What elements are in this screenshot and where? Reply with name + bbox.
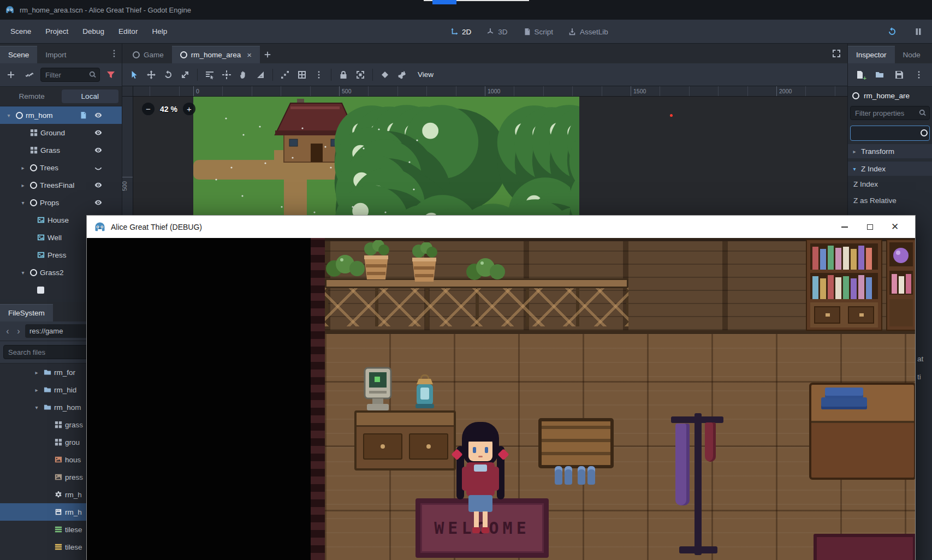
menu-editor[interactable]: Editor [111,23,145,39]
reload-button[interactable] [884,24,900,39]
download-icon [568,28,576,35]
edited-node-row[interactable]: rm_home_are [848,87,932,105]
history-back-icon[interactable]: ‹ [3,326,12,336]
scene-node-row[interactable]: ▾ Props [0,194,122,211]
add-node-button[interactable] [3,67,19,82]
grid-snap-button[interactable] [294,67,310,82]
tab-node[interactable]: Node [895,46,929,63]
visibility-eye-icon[interactable] [94,199,102,206]
instance-scene-button[interactable] [22,67,37,82]
pan-tool-button[interactable] [236,67,251,82]
close-tab-icon[interactable]: × [247,50,252,59]
scene-node-row[interactable]: Grass [0,141,122,159]
screen-script-button[interactable]: Script [518,25,559,39]
tab-rm-home-area[interactable]: rm_home_area × [172,46,260,63]
tab-scene[interactable]: Scene [0,46,37,63]
window-titlebar[interactable]: rm_home_area.tscn - Alice Great Thief - … [0,0,932,20]
zoom-level[interactable]: 42 % [160,105,177,114]
filter-clear-button[interactable] [103,67,118,82]
visibility-eye-icon[interactable] [94,111,102,119]
visibility-eye-icon[interactable] [94,129,102,136]
zasrelative-property-label[interactable]: Z as Relative [848,192,932,208]
resource-options-button[interactable] [911,67,927,82]
pause-button[interactable] [911,24,926,39]
screen-assetlib-button[interactable]: AssetLib [563,25,614,39]
menu-debug[interactable]: Debug [75,23,111,39]
remote-toggle-button[interactable]: Remote [3,90,61,103]
expand-arrow-icon[interactable]: ▸ [19,165,27,171]
insert-key-button[interactable] [377,67,393,82]
move-tool-button[interactable] [144,67,159,82]
dock-options-icon[interactable] [110,49,118,58]
visibility-closed-eye-icon[interactable] [94,164,102,171]
new-scene-tab-button[interactable] [260,47,275,62]
list-select-button[interactable] [202,67,217,82]
node2d-icon [30,199,37,206]
local-toggle-button[interactable]: Local [62,90,119,103]
screen-3d-button[interactable]: 3D [481,25,513,39]
maximize-button[interactable] [857,216,882,238]
group-button[interactable] [353,67,368,82]
collapse-arrow-icon[interactable]: ▾ [19,270,27,276]
scene-node-row[interactable]: ▸ TreesFinal [0,176,122,194]
node-label: Grass2 [40,269,64,277]
new-resource-button[interactable]: + [852,67,868,82]
debug-window-titlebar[interactable]: Alice Great Thief (DEBUG) ✕ [87,216,915,238]
load-resource-button[interactable] [872,67,887,82]
node-label: Ground [40,129,65,137]
scene-node-row[interactable]: ▸ Trees [0,159,122,176]
lock-button[interactable] [336,67,351,82]
scene-map-render [193,97,579,222]
expand-arrow-icon[interactable]: ▸ [32,370,41,376]
debug-game-window[interactable]: Alice Great Thief (DEBUG) ✕ [86,215,916,560]
clipped-property-fragment: ti [917,373,921,381]
menu-project[interactable]: Project [38,23,75,39]
snap-options-button[interactable] [311,67,327,82]
select-tool-button[interactable] [127,67,142,82]
selected-property-box[interactable] [850,126,930,141]
tab-game[interactable]: Game [124,46,172,63]
collapse-arrow-icon[interactable]: ▾ [32,404,41,410]
scale-tool-button[interactable] [177,67,193,82]
tab-import[interactable]: Import [37,46,74,63]
minimize-button[interactable] [832,216,857,238]
alice-character [448,421,513,538]
tab-inspector[interactable]: Inspector [848,46,895,63]
distraction-free-icon[interactable] [832,49,841,58]
game-viewport[interactable]: WELCOME [87,238,915,560]
menu-help[interactable]: Help [145,23,174,39]
tab-filesystem[interactable]: FileSystem [0,304,53,321]
clipped-property-fragment: at [917,355,923,363]
inspector-filter-input[interactable] [850,106,930,120]
node2d-icon [16,112,23,119]
zoom-in-button[interactable]: + [183,103,195,115]
image-file-icon [55,456,62,463]
attached-script-icon[interactable] [79,111,87,119]
pivot-tool-button[interactable] [219,67,234,82]
collapse-arrow-icon[interactable]: ▾ [19,200,27,206]
history-forward-icon[interactable]: › [14,326,23,336]
zoom-out-button[interactable]: − [142,103,155,115]
file-label: rm_h [65,508,82,516]
scene-node-row[interactable]: Ground [0,124,122,141]
expand-arrow-icon[interactable]: ▸ [32,387,41,393]
view-menu-button[interactable]: View [411,67,440,83]
zindex-section-header[interactable]: ▾ Z Index [848,162,932,176]
smart-snap-button[interactable] [277,67,293,82]
collapse-arrow-icon[interactable]: ▾ [4,112,13,118]
expand-arrow-icon[interactable]: ▸ [19,182,27,188]
scene-node-row[interactable]: ▾ rm_hom [0,106,122,124]
close-button[interactable]: ✕ [882,216,907,238]
screen-2d-button[interactable]: 2D [445,25,477,39]
recording-indicator-badge [432,0,456,4]
transform-section-header[interactable]: ▸ Transform [848,144,932,158]
zindex-property-label[interactable]: Z Index [848,176,932,192]
screen-switcher: 2D 3D Script AssetLib [445,20,614,44]
rotate-tool-button[interactable] [161,67,176,82]
menu-scene[interactable]: Scene [3,23,38,39]
skeleton-button[interactable] [394,67,409,82]
ruler-tool-button[interactable] [253,67,268,82]
visibility-eye-icon[interactable] [94,146,102,154]
visibility-eye-icon[interactable] [94,181,102,189]
save-resource-button[interactable] [892,67,907,82]
